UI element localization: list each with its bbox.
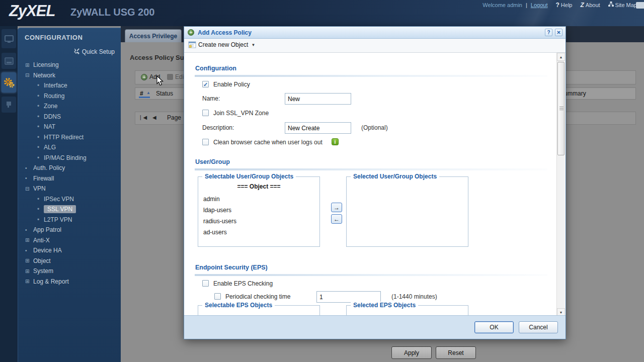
sidebar-item-log-report[interactable]: ⊞Log & Report — [18, 277, 121, 287]
logout-link[interactable]: Logout — [531, 2, 548, 8]
sidebar-item-network[interactable]: ⊟Network — [18, 70, 121, 81]
tree-expander-plus-icon[interactable]: ⊞ — [25, 237, 33, 243]
join-ssl-vpn-zone-checkbox[interactable] — [202, 110, 209, 116]
selected-user-group-legend: Selected User/Group Objects — [351, 173, 439, 180]
sidebar-item-routing[interactable]: •Routing — [18, 91, 121, 102]
tree-expander-plus-icon[interactable]: ⊞ — [25, 62, 33, 68]
dialog-close-button[interactable]: ✕ — [555, 29, 562, 36]
scroll-up-icon[interactable]: ▲ — [557, 53, 565, 61]
object-reference-icon[interactable] — [636, 2, 644, 9]
sidebar-item-licensing[interactable]: ⊞Licensing — [18, 60, 121, 70]
list-item-ad-users[interactable]: ad-users — [203, 229, 227, 236]
edit-button[interactable]: Edit — [167, 73, 186, 80]
sidebar-item-nat[interactable]: •NAT — [18, 122, 121, 132]
sidebar-item-http-redirect[interactable]: •HTTP Redirect — [18, 132, 121, 143]
section-divider — [195, 168, 547, 170]
periodical-time-input[interactable] — [316, 291, 381, 303]
column-header-number[interactable]: # — [140, 90, 143, 97]
periodical-checking-checkbox[interactable] — [214, 293, 221, 300]
add-plus-icon: + — [141, 74, 147, 80]
help-link[interactable]: ? Help — [556, 2, 573, 9]
move-left-arrow-button[interactable]: ← — [331, 214, 342, 224]
quick-setup-button[interactable]: Quick Setup — [73, 48, 115, 56]
ok-button[interactable]: OK — [474, 321, 514, 333]
separator: | — [526, 2, 527, 8]
sidebar-item-system[interactable]: ⊞System — [18, 266, 121, 277]
sidebar-item-app-patrol[interactable]: •App Patrol — [18, 225, 121, 235]
bullet-icon: • — [25, 175, 33, 181]
create-new-object-dropdown[interactable]: Create new Object ▼ — [188, 41, 255, 48]
apply-button[interactable]: Apply — [391, 346, 432, 359]
sidebar-item-alg[interactable]: •ALG — [18, 142, 121, 153]
bullet-icon: • — [37, 82, 44, 89]
move-right-arrow-button[interactable]: → — [331, 203, 342, 212]
sidebar-item-ip-mac-binding[interactable]: •IP/MAC Binding — [18, 153, 121, 163]
dashboard-icon[interactable] — [2, 29, 16, 48]
sidebar-item-ipsec-vpn[interactable]: •IPSec VPN — [18, 194, 121, 205]
section-user-group: User/Group — [195, 158, 230, 165]
description-input[interactable] — [285, 122, 351, 134]
tree-expander-plus-icon[interactable]: ⊞ — [25, 268, 33, 274]
quick-setup-label: Quick Setup — [82, 48, 115, 55]
mouse-cursor — [156, 75, 165, 88]
dialog-help-button[interactable]: ? — [545, 29, 552, 36]
bullet-icon: • — [37, 113, 44, 120]
info-icon[interactable]: i — [332, 138, 339, 145]
site-map-icon — [608, 2, 614, 9]
sidebar-item-interface[interactable]: •Interface — [18, 80, 121, 91]
scrollbar-thumb[interactable] — [557, 62, 565, 155]
column-header-status[interactable]: Status — [156, 90, 173, 97]
maintenance-icon[interactable] — [2, 97, 16, 113]
pagination-first-prev-icons[interactable]: |◀ ◀ — [140, 115, 158, 120]
site-map-link[interactable]: Site Map — [608, 2, 637, 9]
tab-access-privilege[interactable]: Access Privilege — [125, 29, 182, 42]
enable-policy-checkbox[interactable]: ✓ — [202, 81, 209, 87]
tree-expander-minus-icon[interactable]: ⊟ — [25, 186, 33, 192]
help-label: Help — [561, 2, 573, 8]
selected-user-group-box[interactable]: Selected User/Group Objects — [346, 176, 468, 247]
sidebar-item-zone[interactable]: •Zone — [18, 101, 121, 112]
cancel-button[interactable]: Cancel — [519, 321, 558, 333]
periodical-checking-label: Periodical checking time — [225, 293, 290, 300]
tree-expander-plus-icon[interactable]: ⊞ — [25, 258, 33, 263]
selected-eps-box[interactable]: Selected EPS Objects — [346, 305, 468, 316]
monitor-icon[interactable] — [2, 53, 16, 69]
sidebar-item-anti-x[interactable]: ⊞Anti-X — [18, 235, 121, 246]
sort-ascending-icon[interactable]: ▲ — [146, 90, 150, 95]
selectable-eps-box[interactable]: Selectable EPS Objects — [198, 305, 320, 316]
list-item-admin[interactable]: admin — [203, 196, 220, 203]
enable-eps-checking-checkbox[interactable] — [202, 280, 209, 287]
sidebar-item-ddns[interactable]: •DDNS — [18, 112, 121, 122]
clean-browser-cache-label: Clean browser cache when user logs out — [213, 139, 323, 146]
sidebar-item-auth-policy[interactable]: •Auth. Policy — [18, 163, 121, 173]
left-icon-strip — [0, 26, 18, 362]
sidebar-item-firewall[interactable]: •Firewall — [18, 173, 121, 184]
banner-links: Welcome admin | Logout ? Help Z About Si… — [482, 2, 637, 9]
selectable-user-group-box[interactable]: Selectable User/Group Objects === Object… — [198, 176, 320, 247]
bullet-icon: • — [37, 216, 44, 223]
sidebar-item-device-ha[interactable]: •Device HA — [18, 245, 121, 256]
tree-expander-minus-icon[interactable]: ⊟ — [25, 72, 33, 78]
welcome-text: Welcome admin — [482, 2, 522, 8]
sidebar-item-l2tp-vpn[interactable]: •L2TP VPN — [18, 215, 121, 225]
bullet-icon: • — [37, 206, 44, 213]
dialog-title-bar[interactable]: + Add Access Policy ? ✕ — [184, 27, 566, 39]
dialog-plus-icon: + — [188, 29, 194, 36]
list-item-ldap-users[interactable]: ldap-users — [203, 207, 231, 214]
pagination-page-label: Page — [167, 114, 181, 121]
bullet-icon: • — [25, 248, 33, 253]
sidebar-item-vpn[interactable]: ⊟VPN — [18, 184, 121, 194]
sidebar-item-object[interactable]: ⊞Object — [18, 256, 121, 266]
reset-button[interactable]: Reset — [436, 346, 476, 359]
name-input[interactable] — [285, 93, 351, 105]
configuration-gear-icon[interactable] — [2, 72, 16, 93]
clean-browser-cache-checkbox[interactable] — [202, 139, 209, 145]
description-label: Description: — [202, 124, 234, 131]
product-name: ZyWALL USG 200 — [70, 7, 154, 18]
dialog-footer: OK Cancel — [184, 315, 566, 339]
tree-expander-plus-icon[interactable]: ⊞ — [25, 279, 33, 284]
sidebar-item-ssl-vpn[interactable]: •SSL VPN — [18, 204, 121, 215]
list-item-radius-users[interactable]: radius-users — [203, 218, 236, 225]
about-link[interactable]: Z About — [580, 2, 600, 9]
dialog-scrollbar[interactable]: ▲ ▼ — [556, 53, 565, 316]
